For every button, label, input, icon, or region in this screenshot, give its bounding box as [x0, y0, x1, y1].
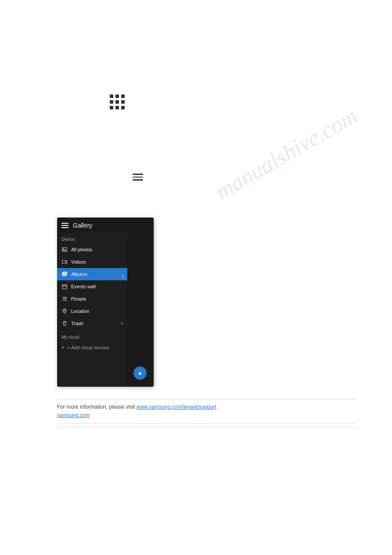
svg-point-12 [64, 310, 65, 311]
support-link[interactable]: www.samsung.com/levant/support [137, 404, 216, 410]
sidebar-item-people[interactable]: People [57, 293, 127, 305]
albums-count: 3 [121, 274, 124, 279]
albums-label: Albums [71, 272, 87, 277]
bottom-text: For more information, please visit www.s… [57, 403, 357, 411]
svg-rect-5 [64, 272, 67, 275]
phone-mockup: Gallery Device All photos [57, 218, 154, 387]
video-icon [61, 259, 68, 265]
gallery-hamburger-icon[interactable] [61, 223, 68, 228]
divider-bottom [57, 423, 357, 424]
sidebar-item-videos[interactable]: Videos [57, 256, 127, 268]
add-cloud-button[interactable]: + + Add cloud service [57, 341, 127, 354]
sidebar-item-all-photos[interactable]: All photos [57, 243, 127, 256]
svg-rect-0 [62, 248, 67, 252]
videos-label: Videos [71, 259, 86, 265]
bottom-text-1: For more information, please visit [57, 404, 137, 410]
all-photos-label: All photos [71, 247, 92, 252]
trash-icon [61, 320, 68, 326]
bottom-section: For more information, please visit www.s… [57, 395, 357, 431]
people-label: People [71, 296, 86, 301]
device-section-label: Device [57, 233, 127, 243]
my-cloud-label: My cloud [57, 331, 127, 341]
albums-icon [61, 271, 68, 277]
add-cloud-service-label: + Add cloud service [67, 345, 109, 350]
svg-point-11 [65, 297, 67, 298]
gallery-header: Gallery [57, 218, 154, 233]
events-icon [61, 283, 68, 290]
divider-top [57, 399, 357, 399]
divider-bottom2 [57, 427, 357, 428]
camera-fab-button[interactable]: ● [133, 366, 147, 380]
sidebar-item-albums[interactable]: Albums 3 [57, 268, 127, 280]
sidebar-item-location[interactable]: Location [57, 305, 127, 317]
hamburger-icon [133, 174, 143, 181]
trash-badge: 1 [121, 321, 123, 326]
svg-point-1 [63, 249, 64, 250]
svg-rect-6 [62, 285, 67, 289]
gallery-title: Gallery [73, 222, 92, 229]
sidebar-item-events-wall[interactable]: Events wall [57, 280, 127, 293]
location-label: Location [71, 308, 90, 314]
svg-point-10 [63, 297, 65, 299]
bottom-text-2: samsung.com [57, 411, 357, 420]
plus-icon: + [61, 345, 65, 351]
location-icon [61, 308, 68, 314]
watermark: manualshive.com [211, 102, 361, 204]
sidebar-item-trash[interactable]: Trash 1 [57, 317, 127, 330]
trash-label: Trash [71, 321, 83, 326]
sidebar-drawer: Device All photos Videos [57, 233, 127, 387]
events-wall-label: Events wall [71, 284, 96, 289]
samsung-link[interactable]: samsung.com [57, 412, 90, 418]
grid-icon [110, 94, 125, 109]
my-cloud-section: My cloud + + Add cloud service [57, 331, 127, 354]
image-icon [61, 247, 68, 253]
camera-icon: ● [138, 370, 142, 377]
people-icon [61, 296, 68, 302]
svg-rect-2 [62, 260, 66, 264]
